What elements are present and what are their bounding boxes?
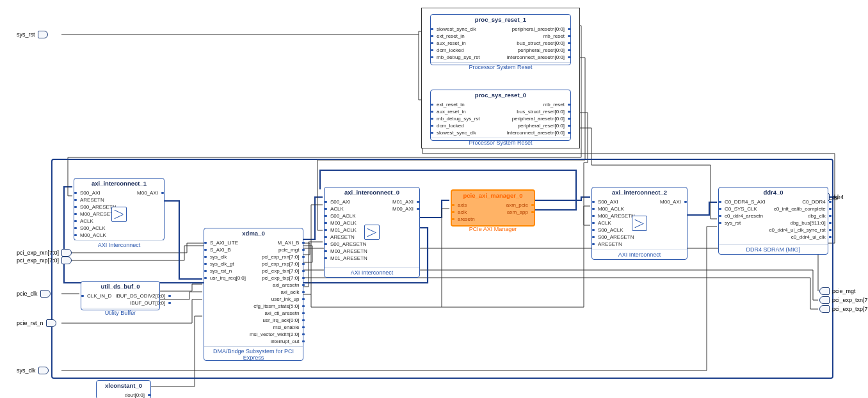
pin-out[interactable]: pci_exp_rxn[7:0] (262, 253, 303, 260)
block-axi-interconnect-1[interactable]: axi_interconnect_1S00_AXIARESETNS00_ARES… (74, 178, 165, 241)
block-pcie-axi-manager-0[interactable]: pcie_axi_manager_0axisaclkaresetnaxm_pci… (451, 189, 535, 227)
pin-out[interactable]: cfg_ltssm_state[5:0] (253, 303, 303, 310)
pin-in[interactable]: S00_AXI (594, 198, 638, 205)
pin-out[interactable]: mb_reset (543, 101, 568, 108)
pin-in[interactable]: sys_rst_n (206, 267, 246, 275)
block-xlconstant-0[interactable]: xlconstant_0dout[0:0]Constant (96, 380, 151, 398)
pin-in[interactable]: ext_reset_in (433, 33, 499, 40)
block-proc-sys-reset-1[interactable]: proc_sys_reset_1slowest_sync_clkext_rese… (430, 14, 571, 65)
pin-out[interactable]: M00_AXI (137, 189, 162, 196)
port-pci_exp_txn70[interactable]: pci_exp_txn[7:0] (819, 296, 868, 304)
pin-out[interactable]: axi_ctl_aresetn (265, 310, 303, 317)
pin-in[interactable]: sys_rst (721, 219, 766, 227)
pin-out[interactable]: peripheral_aresetn[0:0] (512, 26, 568, 33)
pin-out[interactable]: axi_aresetn (273, 282, 303, 289)
block-ddr4-0[interactable]: ddr4_0C0_DDR4_S_AXIC0_SYS_CLKc0_ddr4_are… (718, 187, 828, 255)
pin-in[interactable]: ARESETN (326, 234, 370, 241)
pin-out[interactable]: interconnect_aresetn[0:0] (507, 129, 568, 136)
pin-out[interactable]: pci_exp_txn[7:0] (262, 267, 303, 275)
port-sys_rst[interactable]: sys_rst (17, 31, 48, 38)
pin-out[interactable]: axi_aclk (281, 289, 303, 296)
pin-out[interactable]: pci_exp_rxp[7:0] (262, 260, 303, 267)
pin-in[interactable]: ext_reset_in (433, 101, 499, 108)
pin-in[interactable]: aresetn (454, 216, 491, 223)
pin-in[interactable]: dcm_locked (433, 47, 499, 54)
pin-out[interactable]: interrupt_out (270, 338, 303, 345)
pin-in[interactable]: S_AXI_LITE (206, 239, 246, 246)
pin-in[interactable]: M01_ACLK (326, 227, 370, 234)
pin-in[interactable]: M01_ARESETN (326, 255, 370, 262)
pin-in[interactable]: ARESETN (594, 241, 638, 248)
pin-out[interactable]: msi_enable (273, 324, 303, 331)
pin-out[interactable]: pci_exp_txp[7:0] (262, 275, 303, 282)
pin-out[interactable]: peripheral_reset[0:0] (518, 47, 568, 54)
pin-out[interactable]: dbg_clk (808, 212, 830, 219)
pin-in[interactable]: CLK_IN_D (83, 292, 111, 299)
pin-in[interactable]: S00_AXI (76, 189, 117, 196)
pin-in[interactable]: ARESETN (76, 196, 117, 203)
pin-in[interactable]: M00_ACLK (326, 219, 370, 227)
pin-out[interactable]: c0_init_calib_complete (774, 205, 830, 212)
pin-out[interactable]: M_AXI_B (278, 239, 303, 246)
pin-in[interactable]: S00_ACLK (594, 227, 638, 234)
pin-out[interactable]: M00_AXI (660, 198, 685, 205)
pin-in[interactable]: c0_ddr4_aresetn (721, 212, 766, 219)
pin-out[interactable]: user_lnk_up (271, 296, 303, 303)
pin-out[interactable]: c0_ddr4_ui_clk (791, 234, 830, 241)
port-pcie_clk[interactable]: pcie_clk (17, 290, 51, 298)
block-proc-sys-reset-0[interactable]: proc_sys_reset_0ext_reset_inaux_reset_in… (430, 90, 571, 141)
port-pci_exp_rxp70[interactable]: pci_exp_rxp[7:0] (17, 257, 72, 264)
pin-out[interactable]: mb_reset (543, 33, 568, 40)
pin-in[interactable]: slowest_sync_clk (433, 26, 499, 33)
pin-in[interactable]: slowest_sync_clk (433, 129, 499, 136)
port-pci_exp_txp70[interactable]: pci_exp_txp[7:0] (819, 305, 868, 313)
pin-in[interactable]: sys_clk_gt (206, 260, 246, 267)
pin-out[interactable]: msi_vector_width[2:0] (250, 331, 303, 338)
pin-in[interactable]: aux_reset_in (433, 108, 499, 115)
pin-in[interactable]: ACLK (594, 219, 638, 227)
pin-out[interactable]: interconnect_aresetn[0:0] (507, 54, 568, 61)
pin-in[interactable]: aclk (454, 209, 491, 216)
pin-in[interactable]: mb_debug_sys_rst (433, 115, 499, 122)
pin-in[interactable]: M00_ACLK (76, 232, 117, 239)
pin-out[interactable]: peripheral_reset[0:0] (518, 122, 568, 129)
pin-in[interactable]: C0_DDR4_S_AXI (721, 198, 766, 205)
port-sys_clk[interactable]: sys_clk (17, 367, 49, 374)
pin-out[interactable]: M01_AXI (392, 198, 417, 205)
pin-in[interactable]: S00_ACLK (326, 212, 370, 219)
block-axi-interconnect-0[interactable]: axi_interconnect_0S00_AXIACLKS00_ACLKM00… (324, 187, 420, 278)
pin-out[interactable]: bus_struct_reset[0:0] (517, 40, 568, 47)
pin-out[interactable]: peripheral_aresetn[0:0] (512, 115, 568, 122)
block-xdma-0[interactable]: xdma_0S_AXI_LITES_AXI_Bsys_clksys_clk_gt… (204, 228, 303, 361)
pin-in[interactable]: S00_AXI (326, 198, 370, 205)
pin-in[interactable]: C0_SYS_CLK (721, 205, 766, 212)
pin-out[interactable]: c0_ddr4_ui_clk_sync_rst (769, 227, 830, 234)
pin-in[interactable]: ACLK (326, 205, 370, 212)
pin-out[interactable]: dout[0:0] (125, 392, 149, 398)
block-util-ds-buf-0[interactable]: util_ds_buf_0CLK_IN_DIBUF_DS_ODIV2[0:0]I… (81, 281, 160, 310)
pin-in[interactable]: usr_irq_req[0:0] (206, 275, 246, 282)
pin-in[interactable]: axis (454, 202, 491, 209)
pin-in[interactable]: S00_ACLK (76, 225, 117, 232)
pin-out[interactable]: pcie_mgt (278, 246, 303, 253)
pin-out[interactable]: IBUF_OUT[0:0] (130, 299, 169, 306)
pin-in[interactable]: dcm_locked (433, 122, 499, 129)
block-axi-interconnect-2[interactable]: axi_interconnect_2S00_AXIM00_ACLKM00_ARE… (591, 187, 687, 260)
pin-in[interactable]: S00_ARESETN (326, 241, 370, 248)
port-pcie_mgt[interactable]: pcie_mgt (819, 287, 856, 295)
pin-in[interactable]: M00_ACLK (594, 205, 638, 212)
port-pci_exp_rxn70[interactable]: pci_exp_rxn[7:0] (17, 249, 72, 257)
pin-out[interactable]: dbg_bus[511:0] (790, 219, 829, 227)
pin-in[interactable]: S00_ARESETN (594, 234, 638, 241)
pin-in[interactable]: aux_reset_in (433, 40, 499, 47)
pin-in[interactable]: S_AXI_B (206, 246, 246, 253)
pin-out[interactable]: C0_DDR4 (802, 198, 829, 205)
pin-in[interactable]: M00_ARESETN (326, 248, 370, 255)
pin-in[interactable]: mb_debug_sys_rst (433, 54, 499, 61)
pin-out[interactable]: usr_irq_ack[0:0] (262, 317, 303, 324)
pin-out[interactable]: IBUF_DS_ODIV2[0:0] (115, 292, 169, 299)
port-pcie_rst_n[interactable]: pcie_rst_n (17, 319, 56, 327)
pin-in[interactable]: sys_clk (206, 253, 246, 260)
pin-out[interactable]: axm_pcie (506, 202, 532, 209)
pin-out[interactable]: bus_struct_reset[0:0] (517, 108, 568, 115)
